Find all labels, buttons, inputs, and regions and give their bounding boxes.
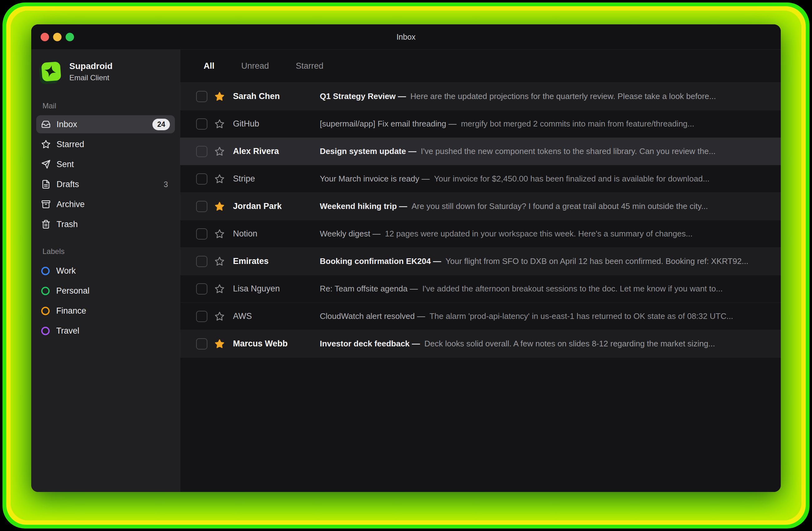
email-preview: I've added the afternoon breakout sessio… xyxy=(422,284,723,293)
email-preview: 12 pages were updated in your workspace … xyxy=(385,229,693,238)
email-content: Booking confirmation EK204 —Your flight … xyxy=(320,256,773,266)
email-preview: mergify bot merged 2 commits into main f… xyxy=(461,119,694,128)
brand: Supadroid Email Client xyxy=(41,61,175,82)
select-checkbox[interactable] xyxy=(196,91,207,102)
email-row[interactable]: Alex Rivera Design system update —I've p… xyxy=(180,138,781,165)
label-personal[interactable]: Personal xyxy=(36,281,175,301)
inbox-icon xyxy=(41,120,50,129)
star-toggle[interactable] xyxy=(214,256,225,267)
sidebar: Supadroid Email Client Mail Inbox 24 Sta… xyxy=(31,50,180,492)
star-icon xyxy=(215,284,224,294)
star-toggle[interactable] xyxy=(214,229,225,239)
email-sender: Marcus Webb xyxy=(233,339,320,348)
drafts-count: 3 xyxy=(164,180,168,189)
minimize-button[interactable] xyxy=(53,33,61,41)
select-checkbox[interactable] xyxy=(196,118,207,130)
email-subject: Q1 Strategy Review — xyxy=(320,91,406,101)
email-preview: Your flight from SFO to DXB on April 12 … xyxy=(446,256,749,266)
sidebar-item-drafts[interactable]: Drafts 3 xyxy=(36,175,175,193)
archive-icon xyxy=(41,200,50,209)
email-sender: Alex Rivera xyxy=(233,146,320,156)
app-window: Inbox Supadroid Email Client Mail Inbox … xyxy=(31,24,781,492)
star-icon xyxy=(215,201,224,212)
label-work[interactable]: Work xyxy=(36,261,175,281)
select-checkbox[interactable] xyxy=(196,311,207,322)
star-toggle[interactable] xyxy=(214,146,225,157)
close-button[interactable] xyxy=(41,33,49,41)
email-subject: Re: Team offsite agenda — xyxy=(320,284,418,293)
sidebar-item-starred[interactable]: Starred xyxy=(36,135,175,153)
sidebar-item-label: Archive xyxy=(57,200,85,209)
select-checkbox[interactable] xyxy=(196,173,207,185)
star-toggle[interactable] xyxy=(214,174,225,184)
select-checkbox[interactable] xyxy=(196,201,207,212)
sidebar-item-inbox[interactable]: Inbox 24 xyxy=(36,115,175,133)
file-icon xyxy=(41,180,50,189)
email-content: Design system update —I've pushed the ne… xyxy=(320,146,773,156)
email-subject: Weekend hiking trip — xyxy=(320,201,407,211)
select-checkbox[interactable] xyxy=(196,338,207,349)
star-toggle[interactable] xyxy=(214,339,225,349)
email-content: Weekly digest —12 pages were updated in … xyxy=(320,229,773,239)
window-title: Inbox xyxy=(31,32,781,42)
tab-unread[interactable]: Unread xyxy=(242,61,269,71)
label-color-ring xyxy=(41,287,50,295)
star-icon xyxy=(215,146,224,157)
title-bar: Inbox xyxy=(31,24,781,50)
app-name: Supadroid xyxy=(69,61,113,71)
main-panel: All Unread Starred Sarah Chen Q1 Strateg… xyxy=(180,50,781,492)
email-sender: Lisa Nguyen xyxy=(233,284,320,293)
email-content: Investor deck feedback —Deck looks solid… xyxy=(320,339,773,348)
star-icon xyxy=(215,256,224,267)
email-content: CloudWatch alert resolved —The alarm 'pr… xyxy=(320,312,773,321)
sidebar-item-label: Drafts xyxy=(57,180,79,189)
email-preview: Your invoice for $2,450.00 has been fina… xyxy=(434,174,710,183)
email-row[interactable]: Stripe Your March invoice is ready —Your… xyxy=(180,165,781,193)
email-content: [supermail/app] Fix email threading —mer… xyxy=(320,119,773,129)
inbox-unread-badge: 24 xyxy=(153,119,170,130)
sidebar-item-trash[interactable]: Trash xyxy=(36,215,175,233)
select-checkbox[interactable] xyxy=(196,256,207,267)
email-row[interactable]: Sarah Chen Q1 Strategy Review —Here are … xyxy=(180,83,781,110)
send-icon xyxy=(41,160,50,169)
email-row[interactable]: Emirates Booking confirmation EK204 —You… xyxy=(180,248,781,275)
app-subtitle: Email Client xyxy=(69,73,113,82)
select-checkbox[interactable] xyxy=(196,283,207,295)
select-checkbox[interactable] xyxy=(196,228,207,240)
sidebar-item-archive[interactable]: Archive xyxy=(36,195,175,213)
tab-all[interactable]: All xyxy=(204,61,215,71)
star-toggle[interactable] xyxy=(214,119,225,129)
email-row[interactable]: GitHub [supermail/app] Fix email threadi… xyxy=(180,110,781,138)
email-preview: Deck looks solid overall. A few notes on… xyxy=(424,339,715,348)
star-icon xyxy=(215,174,224,184)
label-finance[interactable]: Finance xyxy=(36,301,175,321)
zoom-button[interactable] xyxy=(66,33,74,41)
label-travel[interactable]: Travel xyxy=(36,321,175,341)
email-sender: Emirates xyxy=(233,256,320,266)
star-toggle[interactable] xyxy=(214,284,225,294)
traffic-lights xyxy=(41,33,74,41)
email-preview: Here are the updated projections for the… xyxy=(410,91,716,101)
tab-starred[interactable]: Starred xyxy=(296,61,323,71)
star-toggle[interactable] xyxy=(214,201,225,212)
star-toggle[interactable] xyxy=(214,311,225,322)
email-row[interactable]: Jordan Park Weekend hiking trip —Are you… xyxy=(180,193,781,220)
labels-section-header: Labels xyxy=(42,247,175,256)
star-icon xyxy=(215,339,224,349)
email-sender: Jordan Park xyxy=(233,201,320,211)
email-row[interactable]: AWS CloudWatch alert resolved —The alarm… xyxy=(180,303,781,330)
email-content: Your March invoice is ready —Your invoic… xyxy=(320,174,773,184)
email-row[interactable]: Marcus Webb Investor deck feedback —Deck… xyxy=(180,330,781,358)
email-row[interactable]: Notion Weekly digest —12 pages were upda… xyxy=(180,220,781,248)
email-row[interactable]: Lisa Nguyen Re: Team offsite agenda —I'v… xyxy=(180,275,781,303)
select-checkbox[interactable] xyxy=(196,146,207,157)
email-preview: The alarm 'prod-api-latency' in us-east-… xyxy=(430,312,733,321)
sidebar-item-sent[interactable]: Sent xyxy=(36,155,175,173)
star-toggle[interactable] xyxy=(214,91,225,102)
email-list: Sarah Chen Q1 Strategy Review —Here are … xyxy=(180,83,781,492)
label-color-ring xyxy=(41,327,50,335)
star-icon xyxy=(215,229,224,239)
email-sender: Sarah Chen xyxy=(233,91,320,101)
email-subject: Weekly digest — xyxy=(320,229,381,238)
email-content: Q1 Strategy Review —Here are the updated… xyxy=(320,91,773,101)
